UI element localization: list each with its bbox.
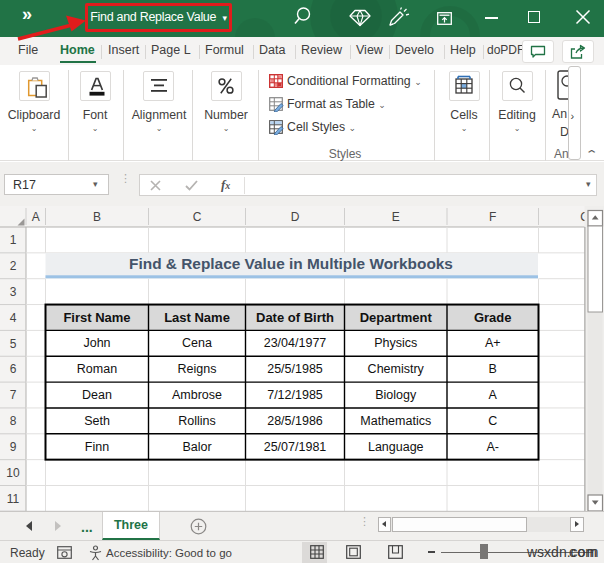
svg-text:6: 6 [10, 362, 17, 376]
svg-text:4: 4 [10, 311, 17, 325]
svg-text:8: 8 [10, 414, 17, 428]
svg-text:Dean: Dean [82, 388, 112, 402]
svg-text:Seth: Seth [84, 414, 110, 428]
svg-text:Roman: Roman [77, 362, 117, 376]
svg-text:5: 5 [10, 337, 17, 351]
svg-text:10: 10 [6, 466, 20, 480]
svg-text:1: 1 [10, 233, 17, 247]
svg-text:Finn: Finn [85, 440, 109, 454]
svg-text:A: A [32, 210, 40, 224]
svg-text:Rollins: Rollins [178, 414, 216, 428]
svg-text:Physics: Physics [374, 336, 417, 350]
svg-text:C: C [193, 210, 202, 224]
svg-text:25/5/1985: 25/5/1985 [267, 362, 323, 376]
svg-text:7: 7 [10, 388, 17, 402]
svg-text:Balor: Balor [182, 440, 211, 454]
svg-text:3: 3 [10, 285, 17, 299]
svg-text:A-: A- [487, 440, 500, 454]
svg-text:Language: Language [368, 440, 424, 454]
svg-text:F: F [489, 210, 496, 224]
svg-text:C: C [488, 414, 497, 428]
svg-text:A+: A+ [485, 336, 501, 350]
svg-text:Mathematics: Mathematics [360, 414, 431, 428]
svg-text:Reigns: Reigns [178, 362, 217, 376]
svg-text:Grade: Grade [474, 310, 512, 325]
svg-text:First Name: First Name [63, 310, 130, 325]
svg-text:Department: Department [360, 310, 433, 325]
svg-text:B: B [93, 210, 101, 224]
svg-text:Chemistry: Chemistry [368, 362, 425, 376]
svg-text:2: 2 [10, 259, 17, 273]
svg-text:9: 9 [10, 440, 17, 454]
svg-text:Last Name: Last Name [164, 310, 230, 325]
svg-text:Biology: Biology [375, 388, 417, 402]
svg-text:28/5/1986: 28/5/1986 [267, 414, 323, 428]
svg-text:Cena: Cena [182, 336, 212, 350]
svg-text:A: A [489, 388, 498, 402]
svg-text:7/12/1985: 7/12/1985 [267, 388, 323, 402]
svg-text:23/04/1977: 23/04/1977 [264, 336, 327, 350]
svg-text:John: John [83, 336, 110, 350]
svg-text:B: B [489, 362, 497, 376]
svg-text:Date of Birth: Date of Birth [256, 310, 334, 325]
svg-text:11: 11 [7, 492, 20, 506]
svg-text:Find & Replace Value in Multip: Find & Replace Value in Multiple Workboo… [129, 255, 453, 272]
svg-text:25/07/1981: 25/07/1981 [264, 440, 327, 454]
svg-text:Ambrose: Ambrose [172, 388, 222, 402]
svg-text:E: E [392, 210, 400, 224]
svg-text:D: D [291, 210, 300, 224]
